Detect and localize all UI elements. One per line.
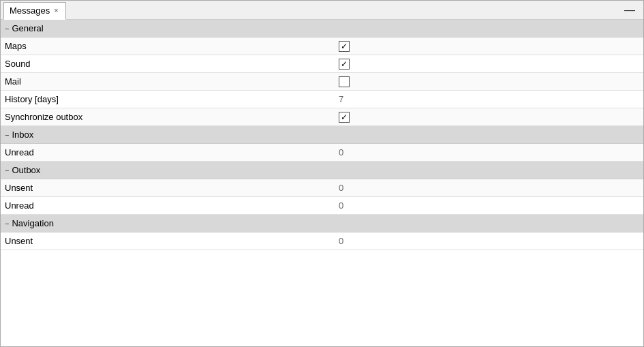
row-label-general-0: Maps: [1, 38, 335, 54]
minimize-button[interactable]: —: [622, 4, 638, 16]
row-value-navigation-0: 0: [335, 233, 643, 249]
checkbox-general-2[interactable]: [339, 76, 350, 87]
section-title-outbox: Outbox: [12, 165, 40, 175]
row-value-general-0[interactable]: [335, 38, 643, 55]
row-general-0: Maps: [1, 37, 643, 55]
row-label-navigation-0: Unsent: [1, 233, 335, 249]
row-value-outbox-0: 0: [335, 180, 643, 196]
section-header-general[interactable]: − General: [1, 20, 643, 37]
section-title-general: General: [12, 23, 43, 33]
row-value-general-1[interactable]: [335, 56, 643, 72]
checkbox-general-1[interactable]: [339, 59, 350, 70]
row-value-general-4[interactable]: [335, 109, 643, 125]
row-label-general-1: Sound: [1, 56, 335, 72]
section-toggle-outbox[interactable]: −: [5, 166, 9, 175]
row-general-4: Synchronize outbox: [1, 108, 643, 126]
tab-close-button[interactable]: ×: [54, 7, 58, 14]
section-header-navigation[interactable]: − Navigation: [1, 215, 643, 232]
section-toggle-general[interactable]: −: [5, 25, 9, 33]
messages-tab[interactable]: Messages ×: [3, 2, 66, 20]
row-label-general-2: Mail: [1, 74, 335, 89]
row-general-1: Sound: [1, 55, 643, 73]
row-general-3: History [days]7: [1, 91, 643, 108]
content-area: − General MapsSoundMailHistory [days]7Sy…: [1, 20, 643, 346]
section-title-navigation: Navigation: [12, 218, 53, 228]
section-header-inbox[interactable]: − Inbox: [1, 126, 643, 144]
window-controls: —: [622, 4, 641, 16]
row-label-outbox-0: Unsent: [1, 180, 335, 196]
section-title-inbox: Inbox: [12, 130, 33, 140]
row-general-2: Mail: [1, 73, 643, 91]
row-inbox-0: Unread0: [1, 144, 643, 162]
section-toggle-navigation[interactable]: −: [5, 220, 9, 228]
row-value-outbox-1: 0: [335, 198, 643, 213]
checkbox-general-4[interactable]: [339, 112, 350, 123]
row-outbox-0: Unsent0: [1, 179, 643, 197]
row-value-inbox-0: 0: [335, 145, 643, 160]
section-header-outbox[interactable]: − Outbox: [1, 162, 643, 179]
row-navigation-0: Unsent0: [1, 232, 643, 250]
row-label-outbox-1: Unread: [1, 198, 335, 213]
row-value-general-3: 7: [335, 91, 643, 107]
row-outbox-1: Unread0: [1, 197, 643, 215]
section-toggle-inbox[interactable]: −: [5, 131, 9, 139]
main-window: Messages × — − General MapsSoundMailHist…: [0, 0, 644, 347]
row-label-inbox-0: Unread: [1, 145, 335, 160]
checkbox-general-0[interactable]: [339, 41, 350, 52]
row-label-general-4: Synchronize outbox: [1, 109, 335, 125]
row-label-general-3: History [days]: [1, 91, 335, 107]
title-bar: Messages × —: [1, 1, 643, 20]
row-value-general-2[interactable]: [335, 74, 643, 90]
tab-label: Messages: [10, 5, 50, 16]
